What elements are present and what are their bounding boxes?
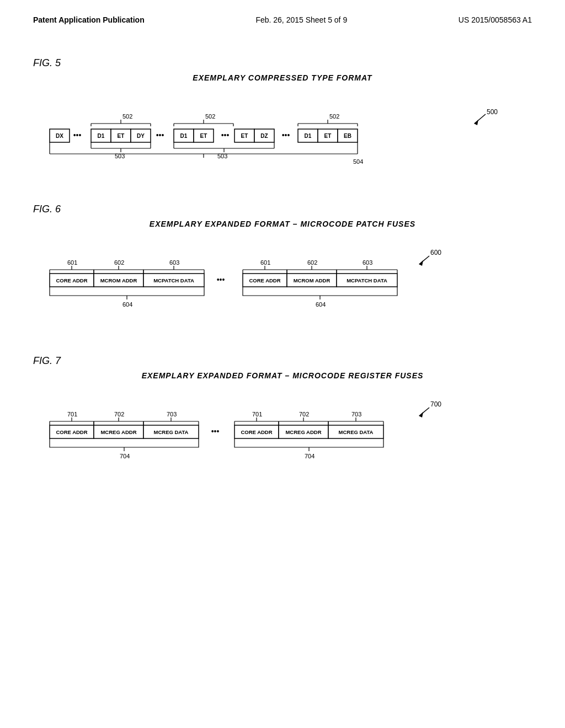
header-center: Feb. 26, 2015 Sheet 5 of 9 [255,15,347,24]
svg-text:ET: ET [118,133,125,139]
svg-text:704: 704 [305,453,315,459]
svg-text:•••: ••• [211,427,220,436]
svg-text:700: 700 [430,400,441,408]
svg-text:600: 600 [430,249,441,256]
svg-text:502: 502 [329,113,339,120]
svg-text:MCREG ADDR: MCREG ADDR [100,429,136,435]
svg-text:•••: ••• [217,275,225,284]
svg-text:•••: ••• [73,131,82,140]
fig6-title: EXEMPLARY EXPANDED FORMAT – MICROCODE PA… [33,220,532,228]
svg-text:EB: EB [344,133,351,139]
svg-marker-111 [419,412,423,417]
svg-text:602: 602 [114,259,124,266]
fig7-label: FIG. 7 [33,355,532,367]
svg-text:•••: ••• [282,131,290,140]
svg-text:MCREG DATA: MCREG DATA [154,429,189,435]
svg-text:701: 701 [67,411,77,417]
fig7-title: EXEMPLARY EXPANDED FORMAT – MICROCODE RE… [33,371,532,380]
svg-text:•••: ••• [156,131,164,140]
svg-text:MCROM ADDR: MCROM ADDR [294,277,331,283]
svg-text:604: 604 [316,301,326,308]
svg-text:DY: DY [137,133,145,139]
svg-text:704: 704 [120,453,130,459]
svg-text:D1: D1 [305,133,312,139]
svg-text:702: 702 [114,411,124,417]
svg-text:D1: D1 [98,133,105,139]
svg-text:603: 603 [363,259,372,266]
svg-text:D1: D1 [180,133,188,139]
figure-5-section: FIG. 5 EXEMPLARY COMPRESSED TYPE FORMAT … [33,57,532,170]
svg-text:601: 601 [260,259,270,266]
fig6-svg: 600 601 602 603 CORE ADDR [33,245,475,322]
svg-text:ET: ET [241,133,248,139]
svg-text:703: 703 [167,411,177,417]
svg-text:602: 602 [307,259,317,266]
svg-text:702: 702 [299,411,309,417]
fig5-svg: 500 DX ••• D1 ET DY 502 [33,99,508,170]
svg-marker-2 [474,120,478,125]
svg-text:502: 502 [205,113,215,120]
svg-text:CORE ADDR: CORE ADDR [241,429,272,435]
fig7-svg: 700 701 702 703 CORE ADDR [33,397,475,474]
figure-6-section: FIG. 6 EXEMPLARY EXPANDED FORMAT – MICRO… [33,204,532,322]
svg-text:CORE ADDR: CORE ADDR [249,277,280,283]
svg-text:•••: ••• [221,131,230,140]
svg-text:MCPATCH DATA: MCPATCH DATA [153,277,194,283]
svg-text:DX: DX [56,133,63,139]
fig5-diagram: 500 DX ••• D1 ET DY 502 [33,99,532,170]
figure-7-section: FIG. 7 EXEMPLARY EXPANDED FORMAT – MICRO… [33,355,532,474]
fig6-diagram: 600 601 602 603 CORE ADDR [33,245,532,322]
header-right: US 2015/0058563 A1 [459,15,532,24]
fig5-label: FIG. 5 [33,57,532,69]
svg-text:604: 604 [122,301,132,308]
svg-text:502: 502 [122,113,132,120]
fig5-title: EXEMPLARY COMPRESSED TYPE FORMAT [33,73,532,82]
svg-text:CORE ADDR: CORE ADDR [56,429,87,435]
svg-text:MCPATCH DATA: MCPATCH DATA [347,277,387,283]
header-left: Patent Application Publication [33,15,145,24]
svg-text:601: 601 [67,259,77,266]
svg-text:701: 701 [252,411,262,417]
svg-text:ET: ET [200,133,207,139]
svg-text:DZ: DZ [260,133,268,139]
fig6-label: FIG. 6 [33,204,532,215]
svg-text:MCREG ADDR: MCREG ADDR [285,429,321,435]
svg-text:504: 504 [353,158,363,165]
svg-text:MCREG DATA: MCREG DATA [339,429,374,435]
fig7-diagram: 700 701 702 703 CORE ADDR [33,397,532,474]
svg-text:ET: ET [324,133,332,139]
svg-text:CORE ADDR: CORE ADDR [56,277,87,283]
svg-text:603: 603 [169,259,179,266]
page-header: Patent Application Publication Feb. 26, … [0,0,565,24]
svg-text:703: 703 [351,411,361,417]
svg-marker-61 [419,260,423,266]
svg-text:MCROM ADDR: MCROM ADDR [100,277,137,283]
svg-text:500: 500 [487,108,498,116]
